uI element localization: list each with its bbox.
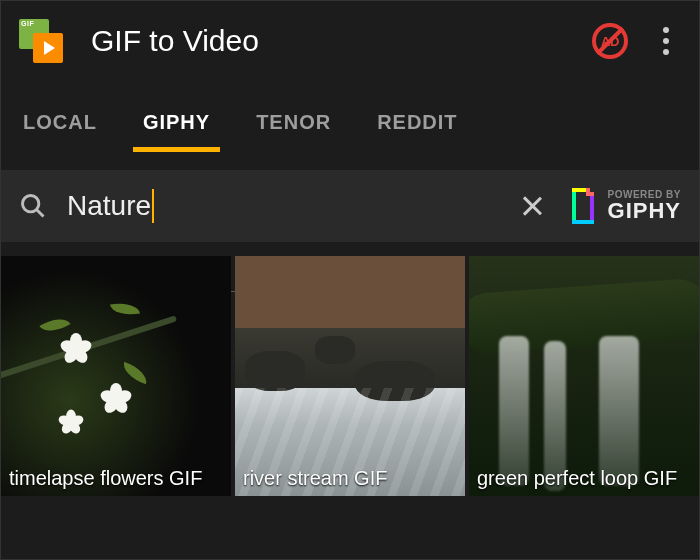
- thumbnail-image: [235, 256, 465, 496]
- result-caption: green perfect loop GIF: [477, 466, 691, 490]
- svg-line-1: [37, 210, 44, 217]
- results-grid: timelapse flowers GIF river stream GIF g…: [1, 256, 699, 496]
- app-screen: GIF GIF to Video AD LOCAL GIPHY TENOR RE…: [0, 0, 700, 560]
- search-value: Nature: [67, 190, 151, 222]
- result-thumb[interactable]: river stream GIF: [235, 256, 465, 496]
- result-caption: timelapse flowers GIF: [9, 466, 223, 490]
- remove-ads-button[interactable]: AD: [589, 20, 631, 62]
- app-icon: GIF: [19, 19, 63, 63]
- giphy-wordmark: GIPHY: [608, 200, 681, 222]
- tab-tenor[interactable]: TENOR: [252, 101, 335, 152]
- tab-reddit[interactable]: REDDIT: [373, 101, 461, 152]
- giphy-logo-icon: [568, 188, 598, 224]
- result-thumb[interactable]: timelapse flowers GIF: [1, 256, 231, 496]
- giphy-attribution: POWERED BY GIPHY: [568, 188, 681, 224]
- result-caption: river stream GIF: [243, 466, 457, 490]
- app-header: GIF GIF to Video AD: [1, 1, 699, 73]
- thumbnail-image: [469, 256, 699, 496]
- tab-giphy[interactable]: GIPHY: [139, 101, 214, 152]
- tab-local[interactable]: LOCAL: [19, 101, 101, 152]
- thumbnail-image: [1, 256, 231, 496]
- text-caret: [152, 189, 154, 223]
- app-title: GIF to Video: [91, 24, 589, 58]
- no-ads-icon: AD: [592, 23, 628, 59]
- result-thumb[interactable]: green perfect loop GIF: [469, 256, 699, 496]
- overflow-menu-button[interactable]: [651, 19, 681, 63]
- search-input[interactable]: Nature: [67, 186, 510, 226]
- svg-point-0: [23, 196, 39, 212]
- search-bar: Nature POWERED BY GIPHY: [1, 170, 699, 242]
- source-tabs: LOCAL GIPHY TENOR REDDIT: [1, 101, 699, 152]
- search-icon: [19, 192, 47, 220]
- clear-search-button[interactable]: [520, 194, 544, 218]
